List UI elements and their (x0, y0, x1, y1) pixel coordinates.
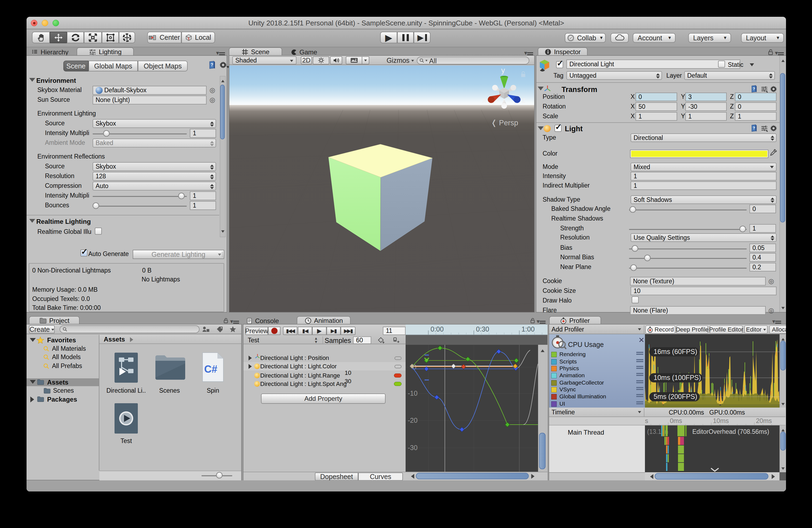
svg-text:?: ? (753, 87, 755, 91)
svg-text:?: ? (753, 126, 755, 130)
svg-text:20ms: 20ms (756, 417, 772, 424)
svg-text:0:00: 0:00 (431, 325, 444, 333)
svg-text:10ms (100FPS): 10ms (100FPS) (654, 374, 701, 381)
svg-text:0ms: 0ms (670, 417, 682, 424)
svg-text:-10: -10 (408, 390, 418, 397)
svg-text:16ms (60FPS): 16ms (60FPS) (654, 348, 697, 355)
svg-text:-30: -30 (408, 444, 418, 451)
svg-text:?: ? (211, 62, 213, 67)
svg-text:0:30: 0:30 (476, 325, 489, 333)
svg-text:1:00: 1:00 (521, 325, 535, 333)
svg-text:10ms: 10ms (713, 417, 729, 424)
svg-text:C#: C# (204, 364, 217, 375)
svg-text:s: s (645, 417, 648, 424)
svg-text:5ms (200FPS): 5ms (200FPS) (654, 393, 697, 400)
svg-text:-20: -20 (408, 416, 418, 424)
